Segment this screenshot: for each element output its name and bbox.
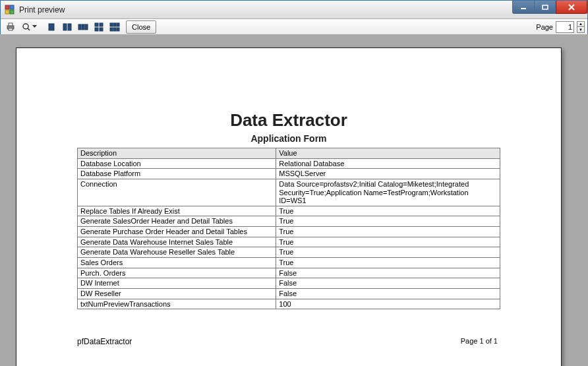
svg-rect-13	[68, 24, 71, 30]
table-row: Database LocationRelational Database	[78, 158, 500, 169]
three-pages-button[interactable]	[76, 20, 90, 34]
cell-value: True	[276, 206, 500, 216]
cell-description: Generate Data Warehouse Reseller Sales T…	[78, 247, 276, 258]
cell-value: True	[276, 247, 500, 258]
footer-center: pfDataExtractor	[77, 337, 132, 346]
svg-rect-23	[117, 23, 119, 26]
svg-rect-2	[5, 10, 9, 14]
minimize-button[interactable]	[512, 1, 535, 14]
cell-value: False	[276, 268, 500, 278]
svg-rect-24	[110, 28, 113, 31]
cell-description: Connection	[78, 179, 276, 206]
col-header-description: Description	[78, 148, 276, 159]
svg-rect-5	[543, 5, 548, 9]
four-pages-button[interactable]	[92, 20, 106, 34]
table-row: Generate Data Warehouse Internet Sales T…	[78, 237, 500, 247]
cell-value: True	[276, 216, 500, 227]
table-row: Generate Purchase Order Header and Detai…	[78, 227, 500, 237]
svg-rect-7	[9, 23, 13, 26]
svg-point-9	[23, 24, 28, 29]
data-table: Description Value Database LocationRelat…	[77, 148, 500, 309]
table-row: ConnectionData Source=profastsv2;Initial…	[78, 179, 500, 206]
zoom-button[interactable]	[19, 20, 39, 34]
cell-value: MSSQLServer	[276, 169, 500, 179]
table-row: Database PlatformMSSQLServer	[78, 169, 500, 179]
col-header-value: Value	[276, 148, 500, 159]
page-layout-group	[44, 20, 123, 34]
page-label: Page	[536, 23, 553, 31]
cell-value: True	[276, 227, 500, 237]
titlebar: Print preview	[1, 1, 587, 19]
svg-rect-1	[10, 5, 14, 9]
svg-rect-11	[49, 24, 54, 30]
window-title: Print preview	[19, 5, 65, 15]
svg-rect-19	[95, 28, 98, 31]
page-down-button[interactable]: ▼	[577, 27, 584, 32]
svg-rect-17	[95, 23, 98, 26]
svg-rect-21	[110, 23, 113, 26]
svg-rect-18	[100, 23, 103, 26]
document-subtitle: Application Form	[77, 133, 500, 144]
svg-rect-3	[10, 10, 14, 14]
cell-description: Database Location	[78, 158, 276, 169]
document-title: Data Extractor	[77, 110, 500, 131]
table-row: Replace Tables If Already ExistTrue	[78, 206, 500, 216]
table-row: DW ResellerFalse	[78, 288, 500, 299]
cell-value: 100	[276, 299, 500, 309]
cell-description: txtNumPreviewTransactions	[78, 299, 276, 309]
svg-rect-0	[5, 5, 9, 9]
svg-rect-14	[78, 24, 81, 30]
two-pages-button[interactable]	[60, 20, 74, 34]
chevron-down-icon	[32, 25, 37, 28]
svg-rect-16	[85, 24, 88, 30]
cell-value: Data Source=profastsv2;Initial Catalog=M…	[276, 179, 500, 206]
cell-description: Sales Orders	[78, 258, 276, 268]
page-spinner[interactable]: ▲ ▼	[577, 21, 585, 33]
svg-rect-15	[82, 24, 84, 30]
table-row: Generate SalesOrder Header and Detail Ta…	[78, 216, 500, 227]
cell-value: Relational Database	[276, 158, 500, 169]
table-row: txtNumPreviewTransactions100	[78, 299, 500, 309]
toolbar: Close Page ▲ ▼	[1, 19, 587, 35]
print-button[interactable]	[3, 20, 18, 34]
window-controls	[513, 1, 587, 15]
cell-description: Replace Tables If Already Exist	[78, 206, 276, 216]
cell-value: False	[276, 288, 500, 299]
cell-description: DW Reseller	[78, 288, 276, 299]
svg-rect-8	[9, 28, 13, 30]
svg-rect-26	[117, 28, 119, 31]
cell-description: Generate Purchase Order Header and Detai…	[78, 227, 276, 237]
footer-page-info: Page 1 of 1	[461, 337, 498, 345]
svg-rect-22	[113, 23, 116, 26]
six-pages-button[interactable]	[107, 20, 122, 34]
page-footer: pfDataExtractor Page 1 of 1	[77, 337, 500, 348]
one-page-button[interactable]	[44, 20, 59, 34]
page-number-input[interactable]	[556, 21, 574, 33]
cell-description: Purch. Orders	[78, 268, 276, 278]
table-row: Generate Data Warehouse Reseller Sales T…	[78, 247, 500, 258]
table-row: Sales OrdersTrue	[78, 258, 500, 268]
preview-area[interactable]: Data Extractor Application Form Descript…	[0, 34, 588, 366]
svg-rect-20	[100, 28, 103, 31]
table-row: Purch. OrdersFalse	[78, 268, 500, 278]
cell-description: Database Platform	[78, 169, 276, 179]
cell-value: False	[276, 278, 500, 289]
maximize-button[interactable]	[534, 1, 556, 14]
cell-value: True	[276, 258, 500, 268]
cell-description: DW Internet	[78, 278, 276, 289]
app-icon	[5, 5, 15, 15]
svg-rect-25	[113, 28, 116, 31]
svg-line-10	[28, 28, 30, 30]
page-up-button[interactable]: ▲	[577, 22, 584, 28]
cell-description: Generate Data Warehouse Internet Sales T…	[78, 237, 276, 247]
page-1: Data Extractor Application Form Descript…	[16, 47, 562, 366]
cell-value: True	[276, 237, 500, 247]
svg-rect-12	[63, 24, 67, 30]
cell-description: Generate SalesOrder Header and Detail Ta…	[78, 216, 276, 227]
close-window-button[interactable]	[556, 1, 587, 14]
table-row: DW InternetFalse	[78, 278, 500, 289]
close-preview-button[interactable]: Close	[126, 20, 156, 34]
